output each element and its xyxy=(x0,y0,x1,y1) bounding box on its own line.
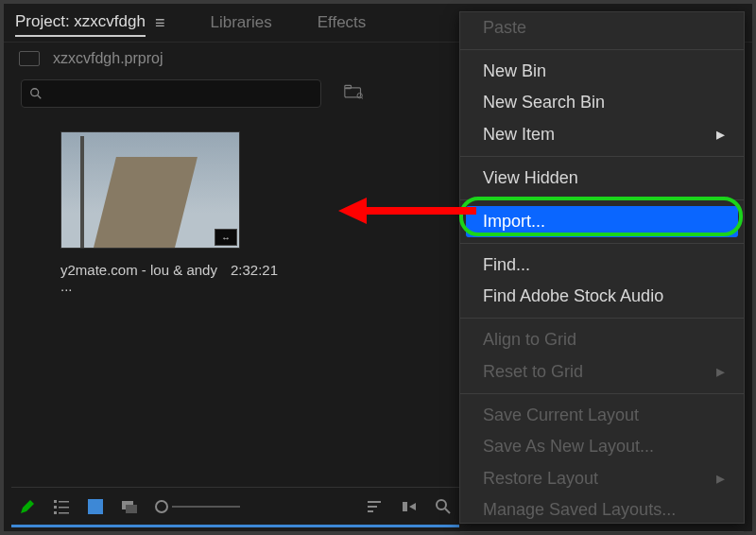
find-icon[interactable] xyxy=(435,498,452,515)
clip-thumbnail[interactable]: ↔ xyxy=(60,131,240,249)
tab-project-name: xzxcvfdgh xyxy=(74,12,146,30)
clip-duration: 2:32:21 xyxy=(231,262,278,294)
menu-paste: Paste xyxy=(460,12,744,43)
search-icon xyxy=(29,87,43,100)
tab-project[interactable]: Project: xzxcvfdgh xyxy=(15,12,146,37)
svg-rect-11 xyxy=(59,512,69,514)
svg-rect-3 xyxy=(345,85,352,88)
menu-view-hidden[interactable]: View Hidden xyxy=(460,163,744,194)
project-file-name: xzxcvfdgh.prproj xyxy=(53,50,163,67)
menu-separator xyxy=(460,393,744,394)
svg-point-19 xyxy=(437,500,446,509)
svg-rect-2 xyxy=(345,88,361,97)
panel-menu-icon[interactable]: ≡ xyxy=(155,13,165,33)
svg-rect-14 xyxy=(126,505,137,513)
svg-rect-15 xyxy=(368,501,381,503)
svg-rect-18 xyxy=(403,502,407,511)
tab-effects[interactable]: Effects xyxy=(318,13,367,32)
sort-icon[interactable] xyxy=(367,498,384,515)
menu-import[interactable]: Import... xyxy=(466,206,738,237)
chevron-right-icon: ▸ xyxy=(716,124,725,145)
menu-separator xyxy=(460,199,744,200)
chevron-right-icon: ▸ xyxy=(716,361,725,382)
svg-rect-9 xyxy=(59,507,69,509)
tab-libraries[interactable]: Libraries xyxy=(210,13,271,32)
menu-separator xyxy=(460,531,744,532)
bottom-toolbar xyxy=(11,487,459,520)
context-menu: Paste New Bin New Search Bin New Item▸ V… xyxy=(459,11,745,524)
clip-type-badge: ↔ xyxy=(215,229,237,246)
menu-align-grid: Align to Grid xyxy=(460,324,744,355)
bottom-accent-line xyxy=(11,525,459,527)
search-field[interactable] xyxy=(48,86,313,102)
svg-rect-17 xyxy=(368,510,373,512)
menu-new-item[interactable]: New Item▸ xyxy=(460,118,744,150)
project-file-icon xyxy=(19,51,40,66)
automate-icon[interactable] xyxy=(401,498,418,515)
menu-find-stock[interactable]: Find Adobe Stock Audio xyxy=(460,281,744,312)
menu-separator xyxy=(460,156,744,157)
svg-line-5 xyxy=(362,97,363,99)
svg-rect-8 xyxy=(54,506,57,509)
svg-line-20 xyxy=(445,509,450,513)
freeform-view-icon[interactable] xyxy=(121,498,138,515)
menu-find[interactable]: Find... xyxy=(460,250,744,281)
chevron-right-icon: ▸ xyxy=(716,468,725,489)
clip-name: y2mate.com - lou & andy ... xyxy=(60,262,231,294)
svg-rect-16 xyxy=(368,506,377,508)
new-bin-icon[interactable] xyxy=(344,84,363,103)
menu-separator xyxy=(460,318,744,319)
svg-line-1 xyxy=(38,95,42,99)
thumbnail-size-slider[interactable] xyxy=(155,500,240,513)
list-view-icon[interactable] xyxy=(53,498,70,515)
menu-manage-layouts: Manage Saved Layouts... xyxy=(460,494,744,526)
clip-caption: y2mate.com - lou & andy ... 2:32:21 xyxy=(60,262,278,294)
svg-point-0 xyxy=(31,89,39,96)
pencil-icon[interactable] xyxy=(19,498,36,515)
menu-save-layout: Save Current Layout xyxy=(460,400,744,431)
tab-project-prefix: Project: xyxy=(15,12,74,30)
menu-new-bin[interactable]: New Bin xyxy=(460,56,744,87)
svg-rect-6 xyxy=(54,500,57,503)
menu-new-search-bin[interactable]: New Search Bin xyxy=(460,87,744,118)
svg-rect-12 xyxy=(88,499,103,514)
search-input[interactable] xyxy=(21,79,321,108)
menu-restore-layout: Restore Layout▸ xyxy=(460,462,744,494)
menu-reset-grid: Reset to Grid▸ xyxy=(460,355,744,388)
svg-rect-7 xyxy=(59,501,69,503)
menu-separator xyxy=(460,49,744,50)
svg-rect-10 xyxy=(54,511,57,514)
menu-save-as-layout: Save As New Layout... xyxy=(460,431,744,462)
icon-view-icon[interactable] xyxy=(87,498,104,515)
menu-separator xyxy=(460,243,744,244)
